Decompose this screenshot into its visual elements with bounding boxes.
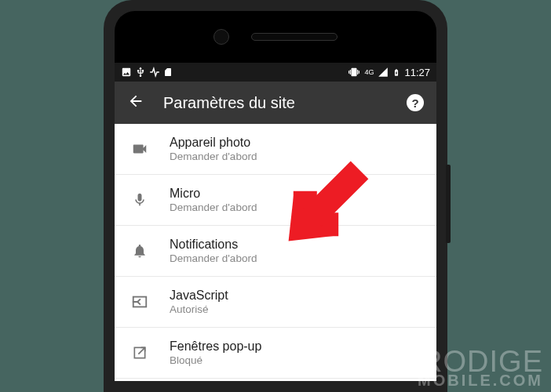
clock-label: 11:27 — [404, 67, 430, 78]
settings-item-notifications[interactable]: Notifications Demander d'abord — [115, 226, 436, 277]
sim-icon — [163, 67, 173, 78]
mic-icon — [129, 192, 151, 208]
help-button[interactable]: ? — [407, 94, 424, 111]
back-button[interactable] — [127, 93, 144, 113]
item-title: JavaScript — [170, 289, 422, 303]
data-type-label: 4G — [364, 69, 374, 76]
settings-item-camera[interactable]: Appareil photo Demander d'abord — [115, 124, 436, 175]
bell-icon — [129, 243, 151, 259]
question-icon: ? — [411, 96, 418, 110]
item-title: Fenêtres pop-up — [170, 339, 422, 354]
item-subtitle: Demander d'abord — [170, 201, 422, 213]
front-camera-icon — [213, 29, 229, 45]
settings-item-mic[interactable]: Micro Demander d'abord — [115, 175, 436, 226]
app-bar: Paramètres du site ? — [115, 82, 436, 124]
page-title: Paramètres du site — [163, 94, 388, 112]
signal-icon — [378, 67, 389, 78]
item-subtitle: Demander d'abord — [170, 252, 422, 264]
settings-item-popups[interactable]: Fenêtres pop-up Bloqué — [115, 328, 436, 379]
item-subtitle: Autorisé — [170, 303, 422, 315]
screen: 4G 11:27 Paramètres du site ? Appareil p… — [115, 63, 436, 381]
speaker-grill-icon — [251, 33, 338, 41]
javascript-icon — [129, 293, 151, 310]
item-subtitle: Demander d'abord — [170, 151, 422, 162]
phone-body: 4G 11:27 Paramètres du site ? Appareil p… — [115, 11, 436, 381]
phone-top-bezel — [115, 11, 436, 63]
popup-icon — [129, 345, 151, 361]
settings-item-javascript[interactable]: JavaScript Autorisé — [115, 277, 436, 328]
settings-list: Appareil photo Demander d'abord Micro De… — [115, 124, 436, 379]
activity-icon — [149, 67, 160, 78]
item-title: Notifications — [170, 238, 422, 252]
item-title: Appareil photo — [170, 136, 422, 150]
status-bar: 4G 11:27 — [115, 63, 436, 82]
phone-frame: 4G 11:27 Paramètres du site ? Appareil p… — [104, 0, 447, 392]
battery-icon — [392, 67, 400, 78]
side-button — [446, 165, 451, 243]
vibrate-icon — [348, 67, 360, 78]
usb-icon — [135, 67, 146, 78]
image-icon — [121, 67, 132, 78]
camera-icon — [129, 140, 151, 158]
item-title: Micro — [170, 187, 422, 201]
item-subtitle: Bloqué — [170, 354, 422, 366]
